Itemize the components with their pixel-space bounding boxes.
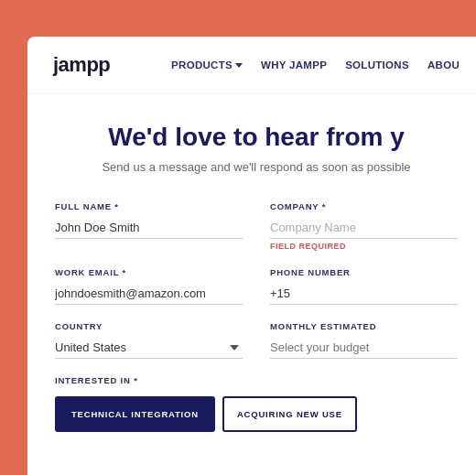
page-wrapper: jampp PRODUCTS WHY JAMPP SOLUTIONS ABOU … — [0, 0, 476, 475]
monthly-input[interactable] — [270, 337, 458, 359]
monthly-estimated-group: MONTHLY ESTIMATED Not applicable < $20,0… — [270, 321, 458, 359]
nav-why-jampp[interactable]: WHY JAMPP — [261, 59, 327, 70]
form-row-4: INTERESTED IN * TECHNICAL INTEGRATION AC… — [55, 375, 458, 432]
company-group: COMPANY * FIELD REQUIRED — [270, 201, 458, 251]
full-name-label: FULL NAME * — [55, 201, 243, 211]
hero-subtitle: Send us a message and we'll respond as s… — [46, 160, 467, 174]
technical-integration-button[interactable]: TECHNICAL INTEGRATION — [55, 396, 215, 432]
interested-in-label: INTERESTED IN * — [55, 375, 458, 385]
company-label: COMPANY * — [270, 201, 458, 211]
phone-input[interactable] — [270, 283, 458, 305]
nav-items: PRODUCTS WHY JAMPP SOLUTIONS ABOU — [171, 59, 460, 70]
hero-title: We'd love to hear from y — [46, 122, 467, 153]
full-name-input[interactable] — [55, 217, 243, 239]
country-label: COUNTRY — [55, 321, 243, 331]
work-email-group: WORK EMAIL * — [55, 267, 243, 305]
nav-products[interactable]: PRODUCTS — [171, 59, 243, 70]
acquiring-new-users-button[interactable]: ACQUIRING NEW USE — [222, 396, 357, 432]
company-input[interactable] — [270, 217, 458, 239]
country-select-wrapper: United States Canada United Kingdom Aust… — [55, 337, 243, 359]
country-select[interactable]: United States Canada United Kingdom Aust… — [55, 337, 243, 359]
interested-in-group: INTERESTED IN * TECHNICAL INTEGRATION AC… — [55, 375, 458, 432]
monthly-label: MONTHLY ESTIMATED — [270, 321, 458, 331]
form-row-2: WORK EMAIL * PHONE NUMBER — [55, 267, 458, 305]
navigation: jampp PRODUCTS WHY JAMPP SOLUTIONS ABOU — [27, 37, 476, 94]
form-row-3: COUNTRY United States Canada United King… — [55, 321, 458, 359]
country-group: COUNTRY United States Canada United King… — [55, 321, 243, 359]
form-row-1: FULL NAME * COMPANY * FIELD REQUIRED — [55, 201, 458, 251]
nav-solutions[interactable]: SOLUTIONS — [345, 59, 409, 70]
chevron-down-icon — [235, 63, 243, 68]
company-error: FIELD REQUIRED — [270, 242, 458, 251]
phone-group: PHONE NUMBER — [270, 267, 458, 305]
work-email-label: WORK EMAIL * — [55, 267, 243, 277]
nav-about[interactable]: ABOU — [427, 59, 460, 70]
white-card: jampp PRODUCTS WHY JAMPP SOLUTIONS ABOU … — [27, 37, 476, 475]
hero-section: We'd love to hear from y Send us a messa… — [27, 94, 476, 192]
logo: jampp — [53, 53, 110, 77]
interested-buttons: TECHNICAL INTEGRATION ACQUIRING NEW USE — [55, 396, 458, 432]
full-name-group: FULL NAME * — [55, 201, 243, 251]
phone-label: PHONE NUMBER — [270, 267, 458, 277]
contact-form: FULL NAME * COMPANY * FIELD REQUIRED WOR… — [27, 192, 476, 441]
work-email-input[interactable] — [55, 283, 243, 305]
